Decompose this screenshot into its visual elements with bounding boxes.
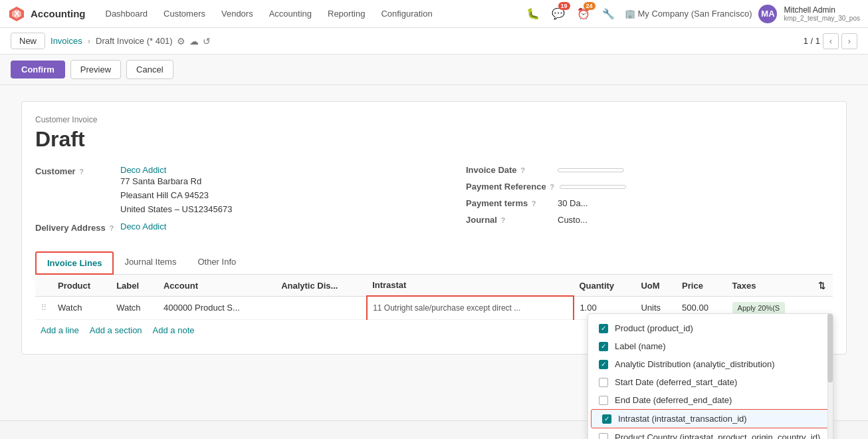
tab-invoice-lines[interactable]: Invoice Lines	[35, 251, 114, 275]
svg-text:X: X	[14, 9, 20, 19]
pager-prev-button[interactable]: ‹	[823, 33, 839, 49]
pager: 1 / 1 ‹ ›	[804, 33, 857, 49]
top-navigation: X Accounting Dashboard Customers Vendors…	[0, 0, 868, 28]
dropdown-item-intrastat_transaction_id[interactable]: ✓Intrastat (intrastat_transaction_id)	[591, 409, 830, 428]
messages-btn[interactable]: 💬 19	[549, 5, 568, 23]
th-label: Label	[111, 275, 158, 296]
dropdown-item-name[interactable]: ✓Label (name)	[588, 337, 833, 355]
payment-ref-input[interactable]	[560, 185, 626, 189]
delivery-value[interactable]: Deco Addict	[120, 221, 166, 231]
preview-button[interactable]: Preview	[70, 60, 121, 79]
messages-badge: 19	[558, 2, 570, 10]
payment-ref-label: Payment Reference ?	[466, 182, 554, 192]
column-settings-dropdown: ✓Product (product_id)✓Label (name)✓Analy…	[588, 313, 833, 439]
address-line3: United States – US12345673	[120, 203, 232, 217]
cell-label[interactable]: Watch	[111, 296, 158, 319]
nav-vendors[interactable]: Vendors	[215, 6, 260, 21]
payment-terms-row: Payment terms ? 30 Da...	[466, 198, 833, 208]
tab-journal-items[interactable]: Journal Items	[114, 251, 187, 275]
dropdown-label-intrastat_transaction_id: Intrastat (intrastat_transaction_id)	[618, 414, 819, 424]
dropdown-item-analytic_distribution[interactable]: ✓Analytic Distribution (analytic_distrib…	[588, 355, 833, 373]
dropdown-item-deferred_end_date[interactable]: End Date (deferred_end_date)	[588, 391, 833, 409]
bug-icon: 🐛	[526, 7, 540, 20]
invoice-date-row: Invoice Date ?	[466, 165, 833, 175]
app-logo[interactable]: X	[8, 5, 25, 23]
dropdown-label-deferred_end_date: End Date (deferred_end_date)	[615, 395, 822, 405]
breadcrumb-bar: New Invoices › Draft Invoice (* 401) ⚙ ☁…	[0, 28, 868, 55]
dropdown-item-deferred_start_date[interactable]: Start Date (deferred_start_date)	[588, 373, 833, 391]
dropdown-label-deferred_start_date: Start Date (deferred_start_date)	[615, 377, 822, 387]
settings-cog-icon[interactable]: ⚙	[177, 36, 185, 47]
address-line1: 77 Santa Barbara Rd	[120, 175, 232, 189]
th-account: Account	[158, 275, 276, 296]
checkbox-deferred_start_date[interactable]	[599, 378, 608, 387]
customer-field-row: Customer ? Deco Addict 77 Santa Barbara …	[35, 165, 429, 216]
address-line2: Pleasant Hill CA 94523	[120, 189, 232, 203]
invoice-date-label: Invoice Date ?	[466, 165, 552, 175]
logo-icon: X	[8, 5, 25, 23]
wrench-btn[interactable]: 🔧	[599, 5, 618, 23]
confirm-button[interactable]: Confirm	[11, 61, 65, 78]
add-line-link[interactable]: Add a line	[41, 325, 79, 335]
cell-product[interactable]: Watch	[53, 296, 111, 319]
pager-count: 1 / 1	[804, 36, 820, 46]
add-section-link[interactable]: Add a section	[90, 325, 142, 335]
payment-terms-value[interactable]: 30 Da...	[558, 198, 588, 208]
add-note-link[interactable]: Add a note	[153, 325, 195, 335]
journal-help-icon: ?	[501, 216, 506, 224]
checkbox-intrastat_product_origin_country_id[interactable]	[599, 433, 608, 439]
cell-analytic[interactable]	[276, 296, 367, 319]
pager-next-button[interactable]: ›	[841, 33, 857, 49]
nav-dashboard[interactable]: Dashboard	[99, 6, 155, 21]
building-icon: 🏢	[625, 9, 635, 19]
journal-label: Journal ?	[466, 215, 552, 225]
invoice-fields: Customer ? Deco Addict 77 Santa Barbara …	[35, 165, 833, 238]
delivery-label: Delivery Address ?	[35, 221, 115, 233]
user-subtitle: kmp_2_test_may_30_pos	[784, 15, 860, 22]
new-button[interactable]: New	[11, 33, 45, 49]
customer-name: Deco Addict	[120, 165, 232, 175]
cell-account[interactable]: 400000 Product S...	[158, 296, 276, 319]
scrollbar-track[interactable]	[827, 314, 833, 439]
nav-configuration[interactable]: Configuration	[374, 6, 439, 21]
dropdown-item-product_id[interactable]: ✓Product (product_id)	[588, 319, 833, 337]
invoice-date-help-icon: ?	[520, 166, 525, 174]
customer-label: Customer ?	[35, 165, 115, 176]
apply-taxes-button[interactable]: Apply 20%(S	[732, 302, 786, 314]
th-handle	[35, 275, 53, 296]
column-settings-button[interactable]: ⇅	[813, 275, 833, 296]
breadcrumb-invoices-link[interactable]: Invoices	[51, 36, 82, 46]
checkbox-deferred_end_date[interactable]	[599, 396, 608, 405]
checkbox-analytic_distribution[interactable]: ✓	[599, 360, 608, 369]
clock-btn[interactable]: ⏰ 24	[574, 5, 593, 23]
refresh-icon[interactable]: ↺	[203, 36, 211, 47]
th-analytic: Analytic Dis...	[276, 275, 367, 296]
user-info: Mitchell Admin kmp_2_test_may_30_pos	[784, 5, 860, 22]
nav-accounting[interactable]: Accounting	[263, 6, 318, 21]
customer-help-icon: ?	[79, 168, 84, 176]
tab-other-info[interactable]: Other Info	[187, 251, 247, 275]
delivery-help-icon: ?	[109, 224, 114, 232]
debug-icon-btn[interactable]: 🐛	[524, 5, 542, 23]
cell-intrastat[interactable]: 11 Outright sale/purchase except direct …	[367, 296, 574, 319]
journal-value[interactable]: Custo...	[558, 215, 588, 225]
cloud-icon[interactable]: ☁	[189, 36, 199, 47]
customer-value[interactable]: Deco Addict 77 Santa Barbara Rd Pleasant…	[120, 165, 232, 216]
checkbox-product_id[interactable]: ✓	[599, 324, 608, 333]
checkbox-name[interactable]: ✓	[599, 342, 608, 351]
user-initials: MA	[761, 9, 774, 19]
invoice-date-input[interactable]	[558, 168, 624, 172]
user-avatar[interactable]: MA	[758, 5, 777, 23]
dropdown-item-intrastat_product_origin_country_id[interactable]: Product Country (intrastat_product_origi…	[588, 428, 833, 439]
row-handle[interactable]: ⠿	[35, 296, 53, 319]
company-selector[interactable]: 🏢 My Company (San Francisco)	[625, 9, 752, 19]
nav-customers[interactable]: Customers	[157, 6, 212, 21]
invoice-type-label: Customer Invoice	[35, 115, 833, 124]
payment-terms-help-icon: ?	[532, 200, 536, 208]
delivery-field-row: Delivery Address ? Deco Addict	[35, 221, 429, 233]
nav-reporting[interactable]: Reporting	[321, 6, 372, 21]
scrollbar-thumb[interactable]	[827, 314, 833, 382]
cancel-button[interactable]: Cancel	[126, 60, 173, 79]
checkbox-intrastat_transaction_id[interactable]: ✓	[602, 414, 611, 424]
dropdown-label-name: Label (name)	[615, 341, 822, 351]
